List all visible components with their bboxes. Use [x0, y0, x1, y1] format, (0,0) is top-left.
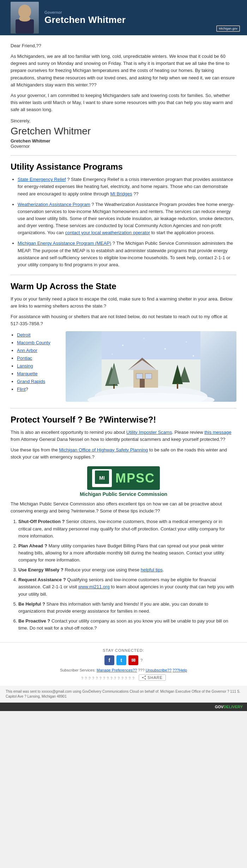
tip-1-label: Shut-Off Protection ?	[18, 519, 65, 524]
signature-title: Governor	[11, 144, 236, 149]
govdelivery-logo: GOVDELIVERY	[215, 705, 243, 709]
mpsc-logo-block: MI MPSC Michigan Public Service Commissi…	[11, 466, 236, 497]
twitter-icon[interactable]: t	[116, 655, 126, 665]
signature-name: Gretchen Whitmer	[11, 138, 236, 144]
facebook-icon[interactable]: f	[104, 655, 114, 665]
letter-para1: As Michiganders, we are all too familiar…	[11, 53, 236, 89]
mpsc-text: MPSC	[115, 471, 155, 486]
social-extra: ?	[140, 658, 143, 662]
svg-point-22	[164, 348, 166, 350]
svg-point-21	[144, 338, 145, 339]
detroit-link[interactable]: Detroit	[17, 332, 30, 338]
svg-point-24	[112, 353, 113, 354]
tip-5-label: Be Helpful ?	[18, 601, 45, 607]
weatherization-link[interactable]: Weatherization Assistance Program	[18, 202, 90, 207]
program-list: State Emergency Relief ? State Emergency…	[18, 176, 236, 268]
tip-4: Request Assistance ? Qualifying seniors …	[18, 576, 236, 597]
manage-preferences-link[interactable]: Manage Preferences??	[97, 668, 137, 672]
sincerely-text: Sincerely,	[11, 118, 236, 123]
signature-block: Sincerely, Gretchen Whitmer Gretchen Whi…	[11, 118, 236, 149]
divider-2	[11, 275, 236, 275]
footer-separator: ???	[138, 668, 144, 672]
social-icons: f t ✉ ?	[104, 655, 143, 665]
city-item-macomb: Macomb County	[17, 339, 60, 347]
signature-cursive: Gretchen Whitmer	[11, 126, 236, 137]
footer-disclaimer: This email was sent to xxxxxx@gmail.com …	[0, 686, 247, 703]
footer: STAY CONNECTED: f t ✉ ? Subscriber Servi…	[0, 642, 247, 686]
mpsc-mi-icon: MI	[92, 469, 112, 487]
tip-6-label: Be Proactive ?	[18, 618, 50, 624]
stay-connected-label: STAY CONNECTED:	[7, 648, 240, 652]
letter-para2: As your governor, I am committed to keep…	[11, 92, 236, 113]
svg-rect-11	[140, 379, 145, 388]
svg-line-31	[143, 676, 145, 678]
tip-6: Be Proactive ? Contact your utility comp…	[18, 618, 236, 632]
grandrapids-link[interactable]: Grand Rapids	[17, 379, 45, 384]
dots-display: ? ? ? ? ? ? ? ? ? ? ? ? ? ? ?	[81, 676, 134, 680]
help-link[interactable]: ???Help	[173, 668, 187, 672]
email-header: Governor Gretchen Whitmer Michigan.gov	[0, 0, 247, 35]
share-label: SHARE	[147, 675, 163, 680]
utility-imposter-link[interactable]: Utility Imposter Scams	[126, 430, 172, 435]
highway-safety-link[interactable]: Michigan Office of Highway Safety Planni…	[59, 447, 148, 453]
mi211-link[interactable]: www.mi211.org	[78, 584, 110, 589]
svg-rect-17	[177, 383, 178, 389]
governor-name: Gretchen Whitmer	[44, 14, 126, 25]
program-item-3: Michigan Energy Assistance Program (MEAP…	[18, 240, 236, 268]
governor-photo	[11, 2, 39, 34]
flint-link[interactable]: Flint	[17, 387, 26, 392]
city-item-pontiac: Pontiac	[17, 354, 60, 362]
letter-content: Dear Friend,?? As Michiganders, we are a…	[0, 35, 247, 642]
divider-1	[11, 155, 236, 156]
this-message-link[interactable]: this message	[204, 430, 231, 435]
tip-1: Shut-Off Protection ? Senior citizens, l…	[18, 518, 236, 539]
city-list: Detroit Macomb County Ann Arbor Pontiac …	[17, 331, 60, 394]
tip-5: Be Helpful ? Share this information with…	[18, 601, 236, 615]
mpsc-intro: The Michigan Public Service Commission a…	[11, 500, 236, 515]
pontiac-link[interactable]: Pontiac	[17, 356, 32, 361]
city-item-lansing: Lansing	[17, 362, 60, 370]
city-item-detroit: Detroit	[17, 331, 60, 339]
header-title-block: Governor Gretchen Whitmer	[44, 10, 126, 25]
tip-3-label: Use Energy Wisely ?	[18, 567, 64, 572]
winterwise-para2: Use these tips from the Michigan Office …	[11, 447, 236, 461]
winterwise-para1: This is also an excellent opportunity to…	[11, 429, 236, 443]
svg-line-32	[143, 678, 145, 679]
mi-bridges-link[interactable]: MI Bridges	[110, 191, 132, 196]
email-icon[interactable]: ✉	[128, 655, 138, 665]
svg-text:MI: MI	[99, 475, 105, 481]
marquette-link[interactable]: Marquette	[17, 371, 38, 376]
city-item-marquette: Marquette	[17, 370, 60, 378]
state-emergency-relief-link[interactable]: State Emergency Relief	[18, 177, 66, 182]
footer-dots: ? ? ? ? ? ? ? ? ? ? ? ? ? ? ? SHARE	[7, 674, 240, 681]
helpful-tips-link[interactable]: helpful tips	[141, 567, 163, 572]
weatherization-operator-link[interactable]: contact your local weatherization operat…	[65, 230, 150, 235]
govdelivery-bar: GOVDELIVERY	[0, 703, 247, 711]
email-container: Governor Gretchen Whitmer Michigan.gov D…	[0, 0, 247, 711]
michigan-gov-logo: Michigan.gov	[216, 25, 240, 32]
warmup-heading: Warm Up Across the State	[11, 281, 236, 291]
lansing-link[interactable]: Lansing	[17, 363, 33, 369]
city-item-annarbor: Ann Arbor	[17, 347, 60, 354]
warmup-para2: For assistance with housing or shelters …	[11, 313, 236, 327]
governor-label: Governor	[44, 10, 126, 14]
city-item-grandrapids: Grand Rapids	[17, 378, 60, 386]
warmup-content: Detroit Macomb County Ann Arbor Pontiac …	[11, 331, 236, 402]
tip-3: Use Energy Wisely ? Reduce your energy u…	[18, 566, 236, 573]
svg-point-2	[19, 16, 30, 22]
tip-4-label: Request Assistance ?	[18, 577, 66, 582]
svg-point-23	[186, 341, 187, 342]
program-item-2: Weatherization Assistance Program ? The …	[18, 201, 236, 237]
winterwise-heading: Protect Yourself ? Be ?Winterwise?!	[11, 415, 236, 425]
tip-2: Plan Ahead ? Many utility companies have…	[18, 542, 236, 564]
unsubscribe-link[interactable]: Unsubscribe??	[146, 668, 171, 672]
salutation: Dear Friend,??	[11, 42, 236, 49]
warmup-para1: If you or your family need a place to es…	[11, 296, 236, 310]
disclaimer-text: This email was sent to xxxxxx@gmail.com …	[6, 690, 240, 698]
utility-heading: Utility Assistance Programs	[11, 162, 236, 172]
annarbor-link[interactable]: Ann Arbor	[17, 348, 37, 353]
svg-point-20	[122, 345, 124, 346]
macomb-link[interactable]: Macomb County	[17, 340, 50, 345]
meap-link[interactable]: Michigan Energy Assistance Program (MEAP…	[18, 241, 111, 246]
share-button[interactable]: SHARE	[139, 674, 166, 681]
